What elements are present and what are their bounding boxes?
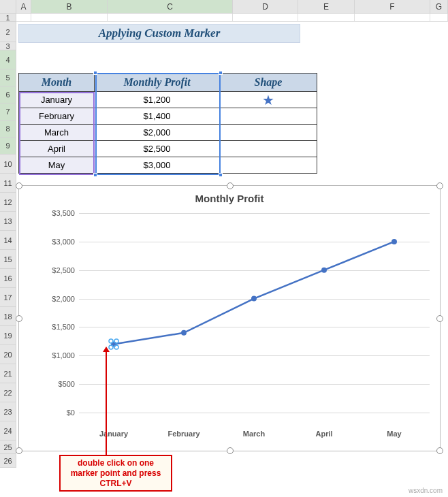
cell-shape[interactable] (220, 141, 317, 157)
xtick-label: January (99, 430, 128, 438)
chart-resize-handle[interactable] (227, 182, 234, 189)
header-profit[interactable]: Monthly Profit (95, 74, 220, 92)
row-header-15[interactable]: 15 (0, 250, 16, 269)
ytick-label: $1,500 (45, 323, 75, 331)
chart-resize-handle[interactable] (436, 182, 443, 189)
row-header-14[interactable]: 14 (0, 231, 16, 250)
row-header-24[interactable]: 24 (0, 421, 16, 440)
xtick-label: April (315, 430, 332, 438)
chart-resize-handle[interactable] (16, 182, 22, 189)
row-header-12[interactable]: 12 (0, 193, 16, 212)
col-header-E[interactable]: E (298, 0, 355, 14)
ytick-label: $0 (45, 408, 75, 417)
col-header-A[interactable]: A (16, 0, 31, 14)
row-header-4[interactable]: 4 (0, 50, 16, 69)
ytick-label: $500 (45, 380, 75, 388)
row-header-1[interactable]: 1 (0, 14, 16, 22)
cell-month[interactable]: March (19, 125, 95, 141)
xtick-label: May (387, 430, 401, 438)
row-header-5[interactable]: 5 (0, 69, 16, 86)
ytick-label: $2,000 (45, 295, 75, 303)
marker-point[interactable] (321, 268, 327, 273)
row-header-23[interactable]: 23 (0, 402, 16, 421)
table-row: March $2,000 (19, 125, 317, 141)
row-header-17[interactable]: 17 (0, 288, 16, 307)
row-header-3[interactable]: 3 (0, 42, 16, 50)
row-header-16[interactable]: 16 (0, 269, 16, 288)
row-header-11[interactable]: 11 (0, 174, 16, 193)
col-header-G[interactable]: G (430, 0, 448, 14)
row-header-9[interactable]: 9 (0, 138, 16, 155)
cell-month[interactable]: April (19, 141, 95, 157)
annotation-callout: double click on one marker point and pre… (59, 455, 172, 492)
ytick-label: $3,000 (45, 238, 75, 246)
chart-resize-handle[interactable] (436, 447, 443, 454)
row-header-18[interactable]: 18 (0, 307, 16, 326)
chart-resize-handle[interactable] (16, 447, 22, 454)
annotation-arrow (106, 351, 107, 455)
row-header-26[interactable]: 26 (0, 454, 16, 468)
table-row: April $2,500 (19, 141, 317, 157)
row-header-13[interactable]: 13 (0, 212, 16, 231)
svg-point-4 (114, 345, 118, 349)
spreadsheet: A B C D E F G 1 2 3 4 5 6 7 8 9 10 11 12… (0, 0, 448, 497)
col-header-D[interactable]: D (233, 0, 298, 14)
svg-point-1 (109, 339, 113, 343)
ytick-label: $2,500 (45, 266, 75, 274)
svg-point-2 (114, 339, 118, 343)
cell-shape[interactable] (220, 125, 317, 141)
cell-month[interactable]: May (19, 157, 95, 174)
header-month[interactable]: Month (19, 74, 95, 92)
cell-profit[interactable]: $3,000 (95, 157, 220, 174)
row-header-8[interactable]: 8 (0, 121, 16, 138)
cell-profit[interactable]: $1,400 (95, 108, 220, 125)
table-row: February $1,400 (19, 108, 317, 125)
page-title: Applying Custom Marker (18, 24, 300, 43)
marker-point[interactable] (181, 330, 187, 336)
series-line[interactable] (114, 242, 394, 344)
chart-object[interactable]: Monthly Profit $0 $500 $1,000 $1,500 $2,… (18, 185, 441, 451)
ytick-label: $1,000 (45, 351, 75, 359)
cell-month[interactable]: January (19, 92, 95, 108)
data-table: Month Monthly Profit Shape January $1,20… (18, 73, 317, 174)
cell-shape[interactable] (220, 108, 317, 125)
row-header-20[interactable]: 20 (0, 345, 16, 364)
col-header-F[interactable]: F (355, 0, 430, 14)
column-headers: A B C D E F G (0, 0, 448, 14)
cell-shape[interactable] (220, 157, 317, 174)
marker-point[interactable] (391, 239, 397, 244)
header-shape[interactable]: Shape (220, 74, 317, 92)
cell-profit[interactable]: $1,200 (95, 92, 220, 108)
col-header-C[interactable]: C (108, 0, 233, 14)
row-header-21[interactable]: 21 (0, 364, 16, 383)
row-header-22[interactable]: 22 (0, 383, 16, 402)
row-headers: 1 2 3 4 5 6 7 8 9 10 11 12 13 14 15 16 1… (0, 14, 16, 497)
row-header-7[interactable]: 7 (0, 103, 16, 121)
row-header-6[interactable]: 6 (0, 86, 16, 103)
star-icon[interactable]: ★ (262, 93, 274, 108)
ytick-label: $3,500 (45, 209, 75, 217)
chart-resize-handle[interactable] (436, 315, 443, 322)
cell-shape[interactable]: ★ (220, 92, 317, 108)
svg-point-0 (111, 342, 116, 347)
select-all-corner[interactable] (0, 0, 16, 14)
cell-month[interactable]: February (19, 108, 95, 125)
chart-resize-handle[interactable] (16, 315, 22, 322)
row-header-2[interactable]: 2 (0, 22, 16, 42)
watermark: wsxdn.com (409, 487, 443, 494)
row-header-10[interactable]: 10 (0, 155, 16, 174)
marker-point[interactable] (251, 296, 257, 302)
row-header-25[interactable]: 25 (0, 440, 16, 454)
cell-profit[interactable]: $2,500 (95, 141, 220, 157)
line-series[interactable] (79, 213, 430, 413)
col-header-B[interactable]: B (31, 0, 108, 14)
row-header-19[interactable]: 19 (0, 326, 16, 345)
table-row: May $3,000 (19, 157, 317, 174)
plot-area[interactable]: $0 $500 $1,000 $1,500 $2,000 $2,500 $3,0… (52, 213, 430, 424)
chart-resize-handle[interactable] (227, 447, 234, 454)
xtick-label: March (243, 430, 265, 438)
gridline (79, 413, 430, 413)
cell-profit[interactable]: $2,000 (95, 125, 220, 141)
xtick-label: February (167, 430, 199, 438)
table-row: January $1,200 ★ (19, 92, 317, 108)
